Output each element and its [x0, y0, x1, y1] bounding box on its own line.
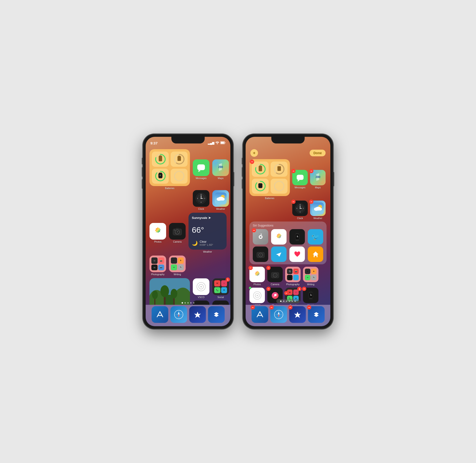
minus-messages[interactable]: −: [291, 169, 296, 173]
volume-down-button-edit[interactable]: [242, 179, 243, 189]
siri-health-icon[interactable]: [289, 247, 305, 262]
social-container: 1 W I 📞 ✉ Social: [212, 278, 229, 299]
social-badge: 1: [226, 277, 230, 282]
svg-point-35: [221, 198, 225, 201]
power-button[interactable]: [233, 172, 234, 186]
siri-watchface-icon[interactable]: [289, 229, 305, 245]
minus-edit-music[interactable]: −: [266, 287, 271, 291]
writing-folder[interactable]: ▪ B ∞ ✎: [169, 256, 186, 272]
photos-icon[interactable]: [149, 223, 166, 240]
phone-normal: 9:37 ▂▄▆: [143, 134, 233, 329]
volume-up-button[interactable]: [142, 167, 143, 177]
edit-battery-3: [252, 179, 269, 194]
weather-app-icon[interactable]: [212, 190, 229, 207]
edit-writing-icon[interactable]: ▪ B ∞ ✎: [303, 267, 318, 282]
maps-app-container: 280 Maps: [212, 160, 229, 180]
minus-dock-dropbox[interactable]: −: [307, 305, 311, 310]
mute-button[interactable]: [142, 158, 143, 164]
siri-home: [308, 247, 323, 262]
edit-batteries-widget[interactable]: [249, 159, 290, 196]
svg-marker-94: [297, 180, 300, 182]
siri-apps-row: −: [253, 229, 323, 245]
social-icon[interactable]: 1 W I 📞 ✉: [212, 278, 229, 295]
minus-settings[interactable]: −: [252, 228, 256, 232]
svg-rect-85: [259, 165, 261, 166]
batteries-widget-inner[interactable]: [149, 149, 190, 186]
safari-icon[interactable]: [171, 306, 187, 323]
camera-app-container: Camera: [169, 223, 186, 243]
featured-photo-container: Featured Photo Photos: [149, 278, 190, 305]
folder-app-1: [151, 258, 158, 264]
minus-weather[interactable]: −: [309, 200, 314, 204]
svg-rect-6: [159, 155, 161, 156]
nature-svg: [149, 278, 190, 305]
svg-rect-5: [159, 156, 162, 161]
edit-writing-grid: ▪ B ∞ ✎: [303, 267, 318, 282]
svg-point-131: [257, 295, 258, 296]
edit-photography-icon[interactable]: 📷 📸 🎞 🐦: [285, 267, 301, 282]
siri-photos-icon[interactable]: [271, 229, 287, 245]
batteries-label: Batteries: [149, 187, 190, 190]
vsco-icon[interactable]: [193, 278, 209, 295]
spark-icon[interactable]: [189, 306, 206, 323]
minus-batteries[interactable]: −: [250, 160, 254, 164]
minus-dock-safari[interactable]: −: [269, 305, 274, 310]
featured-photo-widget[interactable]: Featured Photo: [149, 278, 190, 305]
weather-widget[interactable]: Sunnyvale ➤ 66° 🌙 Clear H:84° L:60°: [189, 213, 227, 249]
clock-icon[interactable]: 12 3 6 9: [193, 190, 209, 207]
minus-dock-appstore[interactable]: −: [251, 305, 255, 310]
svg-point-128: [274, 274, 276, 276]
edit-battery-circle-4: [273, 180, 285, 192]
row-4: 📸 📷 Photography ▪ B: [149, 256, 227, 276]
maps-icon[interactable]: 280: [212, 160, 229, 176]
edit-battery-circle-3: [254, 180, 266, 192]
edit-dot-2: [283, 301, 284, 302]
volume-down-button[interactable]: [142, 179, 143, 189]
svg-point-55: [152, 291, 158, 299]
camera-icon[interactable]: [169, 223, 186, 240]
dot-1: [182, 302, 183, 303]
minus-edit-photos[interactable]: −: [249, 266, 253, 270]
row-3: Photos Ca: [149, 213, 227, 253]
minus-dock-spark[interactable]: −: [288, 305, 293, 310]
minus-clock[interactable]: −: [291, 200, 296, 204]
svg-marker-19: [198, 170, 201, 172]
battery-circle-fourth: [173, 170, 185, 182]
edit-battery-circle-2: [273, 163, 285, 175]
edit-dot-6: [294, 301, 296, 302]
add-widget-button[interactable]: +: [250, 149, 258, 157]
edit-dot-1: [280, 301, 282, 302]
minus-maps[interactable]: −: [309, 169, 314, 173]
volume-up-button-edit[interactable]: [242, 167, 243, 177]
messages-icon[interactable]: [193, 160, 209, 176]
svg-text:12: 12: [299, 204, 301, 205]
edit-header: + Done: [246, 147, 330, 159]
appstore-icon[interactable]: [152, 306, 168, 323]
dropbox-dock: [208, 306, 225, 323]
edit-folder-app-2: 📸: [293, 269, 299, 274]
batteries-widget: Batteries: [149, 149, 190, 190]
edit-writing-3: ∞: [305, 275, 310, 280]
row-2: 12 3 6 9 Clock: [149, 190, 227, 210]
edit-dropbox-dock: −: [308, 306, 325, 323]
power-button-edit[interactable]: [333, 172, 334, 186]
folder-app-2: 📸: [158, 258, 164, 264]
mute-button-edit[interactable]: [242, 158, 243, 164]
siri-camera-icon[interactable]: [253, 247, 268, 262]
edit-weather-label: Weather: [314, 217, 323, 220]
minus-edit-watch[interactable]: −: [302, 287, 306, 291]
svg-marker-79: [214, 314, 219, 317]
spark-dock: [189, 306, 206, 323]
siri-home-icon[interactable]: [308, 247, 323, 262]
photography-folder[interactable]: 📸 📷: [149, 256, 166, 272]
weather-app-container: Weather: [212, 190, 229, 210]
minus-edit-social[interactable]: −: [284, 291, 288, 295]
siri-telegram-icon[interactable]: [271, 247, 287, 262]
dropbox-icon[interactable]: [208, 306, 225, 323]
photos-app-container: Photos: [149, 223, 166, 243]
edit-battery-1: [252, 161, 269, 177]
siri-tweetbot-icon[interactable]: 🐦: [308, 229, 323, 245]
battery-circle-iphone: [154, 153, 166, 165]
minus-edit-camera[interactable]: −: [266, 266, 271, 270]
done-button[interactable]: Done: [310, 150, 326, 156]
